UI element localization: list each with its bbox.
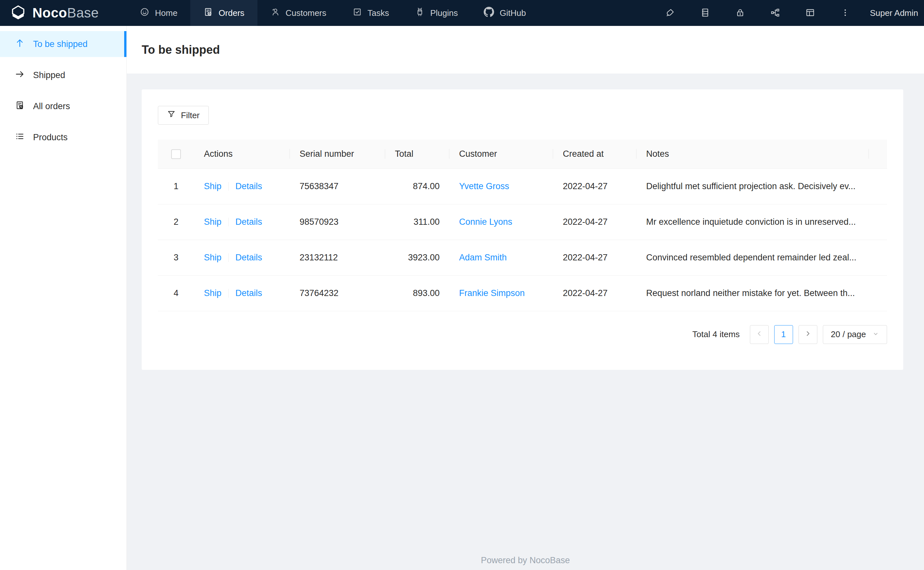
- ellipsis-vertical-icon: [840, 8, 850, 18]
- github-icon: [484, 7, 494, 20]
- workflow-button[interactable]: [758, 0, 793, 26]
- footer: Powered by NocoBase: [127, 555, 924, 565]
- cell-serial-number: 75638347: [290, 169, 385, 204]
- cell-notes: Convinced resembled dependent remainder …: [636, 240, 869, 275]
- sidebar-item-all-orders[interactable]: All orders: [0, 93, 126, 119]
- details-link[interactable]: Details: [235, 288, 262, 298]
- permissions-button[interactable]: [723, 0, 758, 26]
- column-header-notes: Notes: [636, 139, 869, 169]
- next-page-button[interactable]: [798, 325, 817, 344]
- customer-link[interactable]: Connie Lyons: [459, 217, 512, 227]
- column-header-serial-number: Serial number: [290, 139, 385, 169]
- select-all-checkbox[interactable]: [171, 149, 181, 159]
- customer-link[interactable]: Frankie Simpson: [459, 288, 525, 298]
- layout-template-button[interactable]: [793, 0, 828, 26]
- nav-item-label: Plugins: [430, 8, 458, 18]
- check-square-icon: [352, 7, 362, 19]
- layout-icon: [805, 8, 815, 18]
- nav-item-orders[interactable]: Orders: [190, 0, 257, 26]
- nav-toolbar: Super Admin: [653, 0, 924, 26]
- cell-created-at: 2022-04-27: [553, 275, 636, 311]
- nocobase-logo[interactable]: NocoBase: [0, 0, 127, 26]
- page-header: To be shipped: [127, 26, 924, 74]
- cell-serial-number: 98570923: [290, 204, 385, 240]
- row-actions: ShipDetails: [194, 204, 290, 240]
- table-row: 1 ShipDetails 75638347 874.00 Yvette Gro…: [158, 169, 887, 204]
- unordered-list-icon: [15, 132, 25, 144]
- robot-icon: [415, 7, 425, 19]
- cell-created-at: 2022-04-27: [553, 240, 636, 275]
- main-menu: Home Orders Cu: [127, 0, 539, 26]
- cell-notes: Mr excellence inquietude conviction is i…: [636, 204, 869, 240]
- cell-customer: Adam Smith: [449, 240, 553, 275]
- customer-link[interactable]: Yvette Gross: [459, 181, 509, 191]
- details-link[interactable]: Details: [235, 253, 262, 262]
- ship-link[interactable]: Ship: [204, 288, 221, 298]
- row-actions: ShipDetails: [194, 275, 290, 311]
- nav-item-customers[interactable]: Customers: [257, 0, 340, 26]
- chevron-left-icon: [756, 329, 763, 339]
- previous-page-button[interactable]: [750, 325, 769, 344]
- cell-notes: Delightful met sufficient projection ask…: [636, 169, 869, 204]
- nav-item-label: GitHub: [500, 8, 526, 18]
- database-icon: [700, 8, 710, 18]
- row-actions: ShipDetails: [194, 240, 290, 275]
- action-divider: [228, 182, 229, 191]
- customer-link[interactable]: Adam Smith: [459, 253, 507, 262]
- column-header-customer: Customer: [449, 139, 553, 169]
- filter-button-label: Filter: [181, 110, 200, 121]
- nav-item-github[interactable]: GitHub: [471, 0, 539, 26]
- file-done-icon: [203, 7, 213, 19]
- arrow-right-icon: [15, 69, 25, 81]
- nocobase-logo-icon: [10, 4, 26, 22]
- ui-editor-button[interactable]: [653, 0, 688, 26]
- ship-link[interactable]: Ship: [204, 253, 221, 262]
- cell-spacer: [869, 169, 887, 204]
- page-1-button[interactable]: 1: [774, 325, 793, 344]
- nav-item-label: Home: [155, 8, 177, 18]
- cell-serial-number: 23132112: [290, 240, 385, 275]
- chevron-down-icon: [872, 329, 879, 339]
- nav-item-label: Customers: [286, 8, 326, 18]
- details-link[interactable]: Details: [235, 217, 262, 227]
- pagination-total: Total 4 items: [692, 329, 740, 339]
- filter-button[interactable]: Filter: [158, 106, 209, 125]
- row-index: 1: [158, 169, 194, 204]
- logo-text: NocoBase: [32, 5, 99, 21]
- sidebar-item-to-be-shipped[interactable]: To be shipped: [0, 31, 126, 57]
- table-row: 3 ShipDetails 23132112 3923.00 Adam Smit…: [158, 240, 887, 275]
- nav-item-label: Tasks: [367, 8, 389, 18]
- action-divider: [228, 253, 229, 262]
- filter-funnel-icon: [167, 110, 176, 121]
- cell-total: 874.00: [385, 169, 449, 204]
- smile-icon: [140, 7, 149, 19]
- details-link[interactable]: Details: [235, 181, 262, 191]
- pagination: Total 4 items 1: [158, 325, 887, 344]
- lock-icon: [735, 8, 745, 18]
- action-divider: [228, 289, 229, 298]
- cell-created-at: 2022-04-27: [553, 204, 636, 240]
- nav-item-tasks[interactable]: Tasks: [340, 0, 402, 26]
- nav-item-label: Orders: [218, 8, 244, 18]
- user-menu[interactable]: Super Admin: [863, 8, 924, 18]
- collections-button[interactable]: [688, 0, 723, 26]
- table-header-row: Actions Serial number Total Customer Cre…: [158, 139, 887, 169]
- highlight-pen-icon: [665, 8, 675, 18]
- ship-link[interactable]: Ship: [204, 181, 221, 191]
- sidebar-item-shipped[interactable]: Shipped: [0, 62, 126, 88]
- table-row: 2 ShipDetails 98570923 311.00 Connie Lyo…: [158, 204, 887, 240]
- powered-by-link[interactable]: Powered by NocoBase: [481, 555, 570, 565]
- nav-item-plugins[interactable]: Plugins: [402, 0, 471, 26]
- ship-link[interactable]: Ship: [204, 217, 221, 227]
- cell-serial-number: 73764232: [290, 275, 385, 311]
- sidebar-item-products[interactable]: Products: [0, 124, 126, 150]
- more-button[interactable]: [828, 0, 863, 26]
- cell-spacer: [869, 204, 887, 240]
- cell-total: 311.00: [385, 204, 449, 240]
- column-header-actions: Actions: [194, 139, 290, 169]
- nav-item-home[interactable]: Home: [127, 0, 190, 26]
- page-size-select[interactable]: 20 / page: [823, 325, 887, 344]
- orders-table-card: Filter Actions Serial number: [142, 89, 903, 370]
- sidebar-item-label: All orders: [33, 101, 70, 112]
- cell-created-at: 2022-04-27: [553, 169, 636, 204]
